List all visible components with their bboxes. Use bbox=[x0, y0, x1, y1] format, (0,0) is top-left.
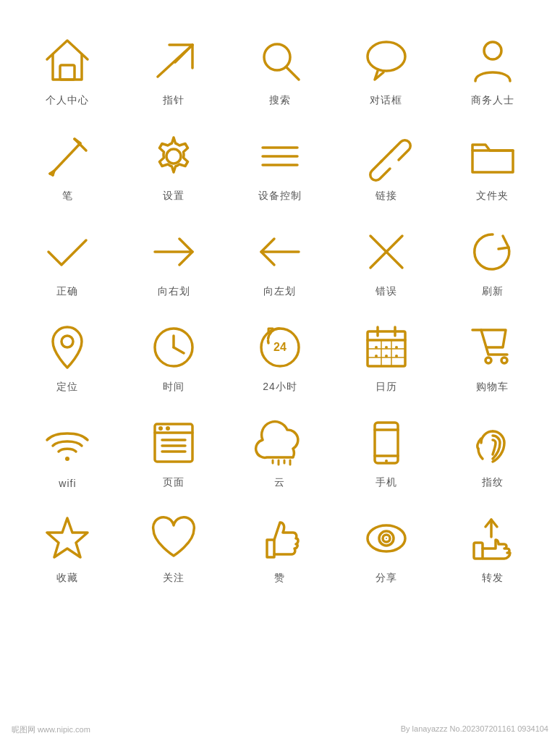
svg-line-8 bbox=[75, 139, 80, 143]
icon-cell-settings: 设置 bbox=[121, 117, 227, 213]
24h-label: 24小时 bbox=[263, 381, 297, 394]
menu-label: 设备控制 bbox=[258, 190, 302, 203]
settings-icon bbox=[148, 130, 200, 182]
person-label: 商务人士 bbox=[471, 94, 514, 107]
svg-marker-58 bbox=[47, 518, 88, 557]
calendar-icon bbox=[360, 321, 412, 373]
menu-icon bbox=[254, 130, 306, 182]
icon-cell-calendar: 日历 bbox=[333, 308, 439, 404]
person-icon bbox=[467, 35, 519, 87]
watermark-right: By lanayazzz No.202307201161 0934104 bbox=[401, 724, 548, 735]
icon-cell-search: 搜索 bbox=[227, 22, 334, 117]
24h-icon: 24 bbox=[254, 321, 306, 373]
cloud-icon bbox=[254, 417, 306, 469]
heart-icon bbox=[148, 512, 200, 564]
star-icon bbox=[41, 512, 93, 564]
page-icon bbox=[148, 417, 200, 469]
svg-rect-0 bbox=[60, 65, 75, 80]
link-label: 链接 bbox=[376, 190, 397, 203]
svg-line-3 bbox=[287, 67, 299, 80]
icon-cell-page: 页面 bbox=[121, 404, 227, 499]
svg-line-6 bbox=[54, 143, 80, 171]
phone-label: 手机 bbox=[376, 476, 397, 489]
icon-cell-cloud: 云 bbox=[227, 404, 334, 499]
arrow-left-icon bbox=[254, 226, 306, 278]
arrow-right-icon bbox=[148, 226, 200, 278]
icon-cell-arrow-right: 向右划 bbox=[121, 213, 227, 308]
eye-icon bbox=[360, 512, 412, 564]
cart-label: 购物车 bbox=[476, 381, 509, 394]
icon-cell-clock: 时间 bbox=[121, 308, 227, 404]
phone-icon bbox=[360, 417, 412, 469]
pen-label: 笔 bbox=[62, 190, 73, 203]
icon-cell-fingerprint: 指纹 bbox=[439, 404, 546, 499]
icon-grid: 个人中心 指针 搜索 对话框 商务人士 bbox=[0, 0, 560, 602]
icon-cell-wifi: wifi bbox=[14, 404, 121, 499]
icon-cell-folder: 文件夹 bbox=[439, 117, 546, 213]
svg-point-10 bbox=[166, 149, 181, 164]
page-label: 页面 bbox=[163, 476, 184, 489]
icon-cell-arrow-left: 向左划 bbox=[227, 213, 334, 308]
link-icon bbox=[360, 130, 412, 182]
folder-label: 文件夹 bbox=[476, 190, 509, 203]
star-label: 收藏 bbox=[56, 572, 78, 585]
forward-icon bbox=[467, 512, 519, 564]
svg-line-23 bbox=[174, 347, 184, 353]
cloud-label: 云 bbox=[274, 476, 285, 489]
svg-rect-63 bbox=[474, 543, 483, 559]
search-icon bbox=[254, 35, 306, 87]
icon-cell-star: 收藏 bbox=[14, 499, 121, 595]
cursor-label: 指针 bbox=[163, 94, 184, 107]
svg-point-57 bbox=[385, 460, 388, 462]
pen-icon bbox=[41, 130, 93, 182]
svg-point-5 bbox=[484, 42, 501, 59]
svg-point-62 bbox=[386, 538, 387, 539]
wifi-icon bbox=[41, 418, 93, 470]
svg-point-41 bbox=[501, 357, 507, 363]
watermark: 昵图网 www.nipic.com By lanayazzz No.202307… bbox=[0, 724, 560, 735]
refresh-label: 刷新 bbox=[482, 285, 504, 298]
clock-icon bbox=[148, 321, 200, 373]
home-label: 个人中心 bbox=[46, 94, 89, 107]
home-icon bbox=[41, 35, 93, 87]
svg-point-4 bbox=[368, 42, 405, 71]
search-label: 搜索 bbox=[269, 94, 291, 107]
check-label: 正确 bbox=[56, 285, 78, 298]
calendar-label: 日历 bbox=[376, 381, 397, 394]
refresh-icon bbox=[467, 226, 519, 278]
clock-label: 时间 bbox=[163, 381, 184, 394]
arrow-right-label: 向右划 bbox=[158, 285, 190, 298]
svg-line-14 bbox=[381, 151, 392, 162]
svg-line-9 bbox=[50, 174, 53, 175]
icon-cell-home: 个人中心 bbox=[14, 22, 121, 117]
svg-point-49 bbox=[166, 426, 170, 431]
check-icon bbox=[41, 226, 93, 278]
icon-cell-close: 错误 bbox=[333, 213, 439, 308]
close-icon bbox=[360, 226, 412, 278]
icon-cell-refresh: 刷新 bbox=[439, 213, 546, 308]
wifi-label: wifi bbox=[59, 478, 76, 489]
forward-label: 转发 bbox=[482, 572, 504, 585]
svg-point-40 bbox=[485, 357, 491, 363]
watermark-left: 昵图网 www.nipic.com bbox=[12, 724, 90, 735]
cart-icon bbox=[467, 321, 519, 373]
svg-point-48 bbox=[158, 426, 163, 431]
location-icon bbox=[41, 321, 93, 373]
icon-cell-link: 链接 bbox=[333, 117, 439, 213]
like-icon bbox=[254, 512, 306, 564]
location-label: 定位 bbox=[56, 381, 78, 394]
icon-cell-heart: 关注 bbox=[121, 499, 227, 595]
chat-label: 对话框 bbox=[370, 94, 402, 107]
like-label: 赞 bbox=[274, 572, 285, 585]
folder-icon bbox=[467, 130, 519, 182]
svg-point-42 bbox=[65, 457, 69, 461]
fingerprint-label: 指纹 bbox=[482, 476, 504, 489]
cursor-icon bbox=[148, 35, 200, 87]
icon-cell-like: 赞 bbox=[227, 499, 334, 595]
fingerprint-icon bbox=[467, 417, 519, 469]
close-label: 错误 bbox=[376, 285, 397, 298]
icon-cell-cursor: 指针 bbox=[121, 22, 227, 117]
icon-cell-menu: 设备控制 bbox=[227, 117, 334, 213]
icon-cell-phone: 手机 bbox=[333, 404, 439, 499]
icon-cell-eye: 分享 bbox=[333, 499, 439, 595]
